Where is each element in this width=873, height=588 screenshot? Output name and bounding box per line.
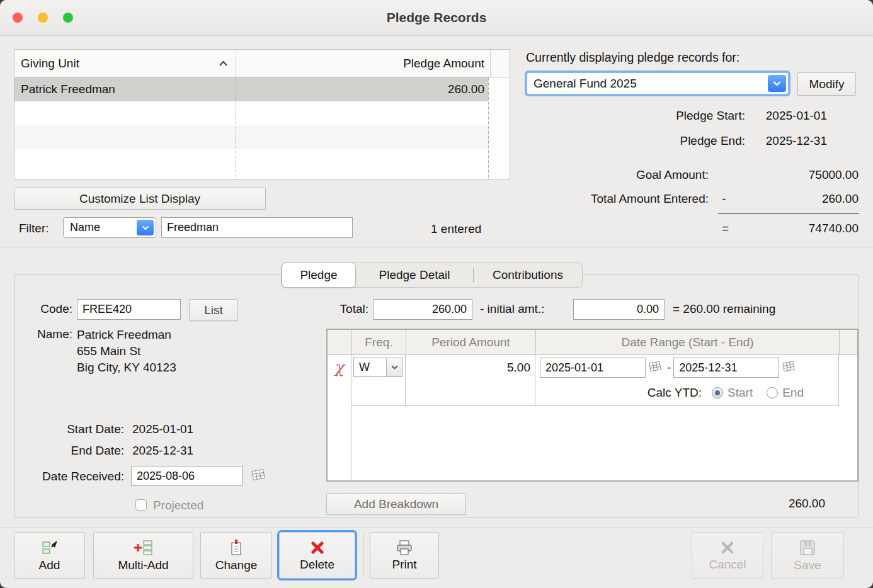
fund-select[interactable]: General Fund 2025	[527, 72, 789, 94]
breakdown-header-date-range: Date Range (Start - End)	[535, 330, 839, 354]
tab-pledge-detail[interactable]: Pledge Detail	[356, 268, 473, 282]
filter-input[interactable]	[161, 217, 353, 238]
filter-field-value: Name	[64, 221, 100, 234]
list-scrollbar-track[interactable]	[488, 77, 510, 179]
code-list-button[interactable]: List	[189, 299, 238, 321]
add-button-label: Add	[39, 558, 60, 572]
cancel-button[interactable]: Cancel	[692, 532, 763, 579]
breakdown-header-spacer	[839, 330, 857, 354]
total-entered-value: 260.00	[822, 192, 859, 206]
traffic-lights	[13, 13, 88, 23]
remaining-goal-value: 74740.00	[809, 222, 859, 235]
breakdown-body: χ W 5.00	[328, 355, 857, 480]
goal-amount-value: 75000.00	[809, 168, 859, 182]
zoom-window-button[interactable]	[63, 13, 73, 23]
address-line-1: 655 Main St	[77, 343, 176, 359]
empty-list-row	[14, 101, 510, 125]
pledge-records-window: Pledge Records Giving Unit Pledge Amount…	[0, 0, 873, 588]
empty-list-row	[14, 149, 510, 173]
save-button[interactable]: Save	[771, 532, 844, 579]
breakdown-freq-cell: W	[351, 355, 406, 405]
add-breakdown-button[interactable]: Add Breakdown	[326, 493, 466, 515]
giving-unit-list-body: Patrick Freedman 260.00	[14, 77, 510, 179]
tab-pledge[interactable]: Pledge	[282, 263, 356, 288]
calc-ytd-end-radio[interactable]	[767, 387, 778, 399]
giving-unit-header-label: Giving Unit	[21, 57, 79, 71]
calendar-icon[interactable]	[648, 360, 662, 375]
breakdown-start-date-input[interactable]	[540, 358, 646, 378]
code-label: Code:	[14, 302, 72, 316]
pledge-amount-header-label: Pledge Amount	[403, 57, 484, 71]
breakdown-end-column	[839, 355, 857, 480]
breakdown-table: Freq. Period Amount Date Range (Start - …	[326, 329, 859, 482]
calendar-icon[interactable]	[782, 360, 796, 375]
pledge-end-label: Pledge End:	[680, 134, 745, 148]
add-record-icon	[41, 539, 59, 557]
name-address-block: Patrick Freedman 655 Main St Big City, K…	[77, 327, 176, 376]
calc-ytd-label: Calc YTD:	[648, 386, 702, 400]
sort-ascending-icon	[219, 60, 228, 67]
date-range-dash: -	[667, 361, 671, 375]
change-record-icon	[227, 539, 245, 557]
filter-label: Filter:	[19, 222, 49, 235]
total-entered-label: Total Amount Entered:	[591, 192, 709, 206]
tab-bar: Pledge Pledge Detail Contributions	[281, 263, 583, 288]
toolbar-group-divider	[363, 533, 363, 577]
column-header-giving-unit[interactable]: Giving Unit	[14, 50, 236, 77]
breakdown-total: 260.00	[789, 497, 825, 511]
projected-label: Projected	[153, 499, 203, 512]
close-window-button[interactable]	[13, 13, 23, 23]
calc-ytd-start-radio[interactable]	[712, 387, 723, 399]
cancel-button-label: Cancel	[709, 558, 746, 572]
customize-list-display-button[interactable]: Customize List Display	[14, 188, 266, 210]
goal-amount-label: Goal Amount:	[636, 168, 709, 182]
calendar-icon[interactable]	[251, 468, 266, 484]
delete-button[interactable]: Delete	[279, 532, 355, 579]
projected-checkbox[interactable]	[135, 499, 147, 511]
initial-amount-input[interactable]	[573, 299, 665, 320]
start-date-label: Start Date:	[14, 422, 124, 436]
calc-ytd-row: Calc YTD: Start End	[535, 380, 838, 405]
calc-ytd-start-label: Start	[728, 386, 753, 400]
initial-amount-label: - initial amt.:	[480, 302, 544, 316]
delete-button-label: Delete	[300, 558, 334, 572]
end-date-value: 2025-12-31	[132, 444, 193, 458]
subtraction-rule	[718, 213, 859, 214]
multi-add-button[interactable]: Multi-Add	[93, 532, 193, 579]
print-button[interactable]: Print	[370, 532, 439, 579]
delete-breakdown-row-icon[interactable]: χ	[334, 358, 344, 376]
minimize-window-button[interactable]	[38, 13, 48, 23]
address-line-2: Big City, KY 40123	[77, 359, 176, 376]
multi-add-button-label: Multi-Add	[118, 558, 168, 572]
frequency-select[interactable]: W	[353, 358, 402, 377]
breakdown-row: W 5.00 -	[351, 355, 839, 406]
giving-unit-row-selected[interactable]: Patrick Freedman 260.00	[14, 77, 510, 101]
giving-unit-name: Patrick Freedman	[77, 327, 176, 343]
filter-field-select[interactable]: Name	[63, 217, 156, 238]
print-button-label: Print	[392, 558, 416, 572]
printer-icon	[395, 540, 414, 556]
fund-select-value: General Fund 2025	[527, 77, 637, 91]
pledge-amount-cell: 260.00	[236, 82, 490, 96]
period-amount-cell[interactable]: 5.00	[406, 355, 535, 405]
calc-ytd-end-label: End	[782, 386, 804, 400]
add-button[interactable]: Add	[14, 532, 85, 579]
chevron-down-icon	[768, 75, 786, 92]
chevron-down-icon	[137, 220, 154, 235]
date-received-input[interactable]	[131, 466, 243, 486]
column-header-pledge-amount[interactable]: Pledge Amount	[236, 50, 490, 77]
breakdown-end-date-input[interactable]	[673, 358, 779, 378]
giving-unit-table: Giving Unit Pledge Amount Patrick Freedm…	[14, 49, 510, 180]
change-button[interactable]: Change	[200, 532, 272, 579]
minus-sign: -	[722, 192, 726, 206]
code-input[interactable]	[77, 299, 181, 320]
empty-list-row	[14, 125, 510, 149]
entered-count: 1 entered	[431, 222, 481, 236]
giving-unit-table-header: Giving Unit Pledge Amount	[14, 50, 510, 77]
save-button-label: Save	[794, 558, 821, 572]
tab-contributions[interactable]: Contributions	[474, 268, 582, 282]
fund-heading: Currently displaying pledge records for:	[526, 50, 739, 65]
date-received-label: Date Received:	[14, 470, 124, 483]
total-input[interactable]	[373, 299, 472, 320]
modify-fund-button[interactable]: Modify	[797, 72, 856, 96]
